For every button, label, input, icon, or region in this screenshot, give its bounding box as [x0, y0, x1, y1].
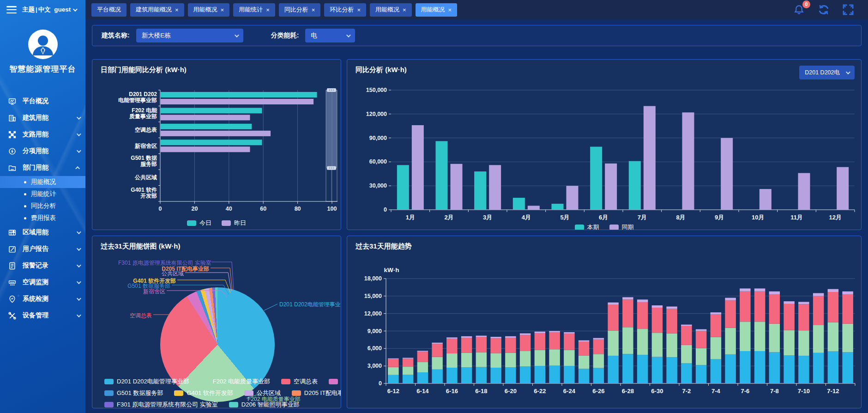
sidebar-item-department-energy[interactable]: 部门用能 — [0, 159, 85, 176]
legend-item[interactable]: G401 软件开发部 — [174, 389, 233, 397]
system-icon — [8, 295, 16, 303]
panel-title: 同比分析 (kW·h) — [356, 66, 407, 74]
tab-mom-analysis[interactable]: 环比分析× — [324, 3, 366, 17]
legend-swatch — [187, 220, 196, 226]
tab-energy-overview-3-active[interactable]: 用能概况× — [416, 3, 458, 17]
chevron-down-icon — [77, 115, 81, 120]
sidebar-subitem-yoy-analysis[interactable]: 同比分析 — [0, 200, 85, 212]
user-menu[interactable]: guest — [54, 6, 71, 13]
sidebar-item-device-management[interactable]: 设备管理 — [0, 307, 85, 324]
svg-text:7-6: 7-6 — [741, 388, 749, 395]
theme-toggle[interactable]: 主题 — [22, 6, 35, 13]
close-icon[interactable]: × — [221, 6, 224, 13]
refresh-icon — [817, 3, 830, 16]
legend-item-same-period[interactable]: 同期 — [609, 223, 634, 230]
energy-trend-panel: 过去31天用能趋势 kW·h03,0006,0009,00012,00015,0… — [347, 236, 862, 408]
refresh-button[interactable] — [817, 3, 830, 16]
sidebar-item-system-check[interactable]: 系统检测 — [0, 291, 85, 307]
svg-text:40: 40 — [226, 206, 232, 212]
sidebar-subitem-energy-statistics[interactable]: 用能统计 — [0, 188, 85, 200]
tab-platform-overview[interactable]: 平台概况 — [91, 3, 127, 17]
legend-swatch — [329, 379, 338, 384]
pie-callout-d201: D201 D202电能管理事业部 — [279, 301, 341, 309]
svg-text:kW·h: kW·h — [384, 267, 399, 273]
header-controls: 主题|中文 guest — [22, 6, 76, 14]
sidebar-item-branch-energy[interactable]: 支路用能 — [0, 126, 85, 143]
topbar-icons: 0 — [793, 3, 854, 16]
svg-text:6-20: 6-20 — [505, 388, 517, 395]
close-icon[interactable]: × — [403, 6, 406, 13]
svg-text:6-18: 6-18 — [475, 388, 487, 395]
chevron-down-icon — [77, 132, 81, 136]
close-icon[interactable]: × — [357, 6, 361, 13]
energy-type-select[interactable]: 电 — [305, 29, 355, 43]
sidebar-item-user-report[interactable]: 用户报告 — [0, 241, 85, 257]
close-icon[interactable]: × — [266, 6, 270, 13]
sidebar-subitem-energy-overview[interactable]: 用能概况 — [0, 176, 85, 188]
svg-text:12,000: 12,000 — [364, 310, 382, 317]
language-toggle[interactable]: 中文 — [38, 6, 51, 13]
svg-text:100: 100 — [327, 206, 337, 212]
legend-item[interactable]: G501 数据服务部 — [104, 389, 163, 397]
chevron-down-icon — [77, 148, 81, 153]
chart-legend: 本期 同期 — [347, 223, 861, 230]
department-select[interactable]: D201 D202电 — [799, 66, 855, 79]
svg-text:F202 电能质量事业部: F202 电能质量事业部 — [129, 107, 157, 120]
svg-text:9月: 9月 — [715, 214, 724, 221]
svg-text:30,000: 30,000 — [369, 182, 387, 189]
svg-text:6-14: 6-14 — [416, 388, 429, 395]
pie-callout-dormitory: 新宿舍区 — [92, 288, 165, 296]
chevron-down-icon — [77, 246, 81, 251]
notification-bell-button[interactable]: 0 — [793, 4, 805, 16]
legend-item-current-period[interactable]: 本期 — [575, 223, 599, 230]
report-icon — [8, 245, 16, 253]
legend-item[interactable]: 新宿舍区 — [329, 377, 341, 386]
chevron-down-icon — [77, 313, 81, 317]
close-icon[interactable]: × — [312, 6, 315, 13]
legend-item[interactable]: 公共区域 — [244, 389, 281, 397]
svg-text:6-28: 6-28 — [622, 388, 634, 395]
hamburger-menu-icon[interactable] — [6, 6, 17, 13]
topbar: 平台概况 建筑用能概况× 用能概况× 用能统计× 同比分析× 环比分析× 用能概… — [85, 0, 868, 19]
legend-item[interactable]: D206 智能照明事业部 — [229, 401, 300, 408]
legend-item[interactable]: F301 原电源管理系统有限公司 实验室 — [104, 401, 218, 408]
pie-callout-hvac-total: 空调总表 — [92, 312, 152, 320]
tab-energy-overview-2[interactable]: 用能概况× — [370, 3, 412, 17]
sidebar-item-region-energy[interactable]: 区域用能 — [0, 224, 85, 241]
svg-text:90,000: 90,000 — [369, 135, 387, 141]
tab-energy-statistics[interactable]: 用能统计× — [233, 3, 275, 17]
tab-building-energy-overview[interactable]: 建筑用能概况× — [130, 3, 184, 17]
sidebar-item-platform-overview[interactable]: 平台概况 — [0, 93, 85, 109]
svg-text:11月: 11月 — [790, 214, 803, 221]
tab-yoy-analysis[interactable]: 同比分析× — [279, 3, 321, 17]
building-select[interactable]: 新大楼E栋 — [136, 29, 243, 43]
legend-item[interactable]: F202 电能质量事业部 — [200, 377, 270, 386]
svg-text:0: 0 — [384, 206, 387, 213]
app-root: 主题|中文 guest 智慧能源管理平台 平台概况 建筑用能 — [0, 0, 868, 413]
svg-text:G401 软件开发部: G401 软件开发部 — [131, 187, 157, 199]
alarm-icon — [8, 262, 16, 270]
legend-item-yesterday[interactable]: 昨日 — [222, 219, 246, 227]
legend-swatch — [281, 379, 290, 384]
region-icon — [8, 229, 16, 237]
sidebar-item-building-energy[interactable]: 建筑用能 — [0, 109, 85, 126]
legend-item[interactable]: D201 D202电能管理事业部 — [104, 377, 189, 386]
sidebar-subitem-cost-report[interactable]: 费用报表 — [0, 212, 85, 224]
datazoom-slider[interactable] — [326, 88, 337, 201]
legend-item-today[interactable]: 今日 — [187, 219, 211, 227]
svg-text:6-24: 6-24 — [563, 388, 576, 395]
fullscreen-button[interactable] — [842, 4, 854, 16]
sidebar-item-subitem-energy[interactable]: 分项用能 — [0, 143, 85, 159]
legend-item[interactable]: 空调总表 — [281, 377, 318, 386]
sidebar-item-alarm-records[interactable]: 报警记录 — [0, 257, 85, 274]
svg-text:2月: 2月 — [444, 214, 453, 221]
building-name-label: 建筑名称: — [102, 31, 130, 40]
sidebar-item-hvac-monitor[interactable]: 空调监测 — [0, 274, 85, 291]
svg-text:0: 0 — [379, 380, 382, 387]
svg-text:10月: 10月 — [752, 214, 764, 221]
legend-swatch — [292, 390, 301, 396]
close-icon[interactable]: × — [448, 6, 452, 13]
tab-energy-overview-1[interactable]: 用能概况× — [188, 3, 230, 17]
legend-item[interactable]: D205 IT配电事业部 — [292, 389, 341, 397]
close-icon[interactable]: × — [175, 6, 179, 13]
